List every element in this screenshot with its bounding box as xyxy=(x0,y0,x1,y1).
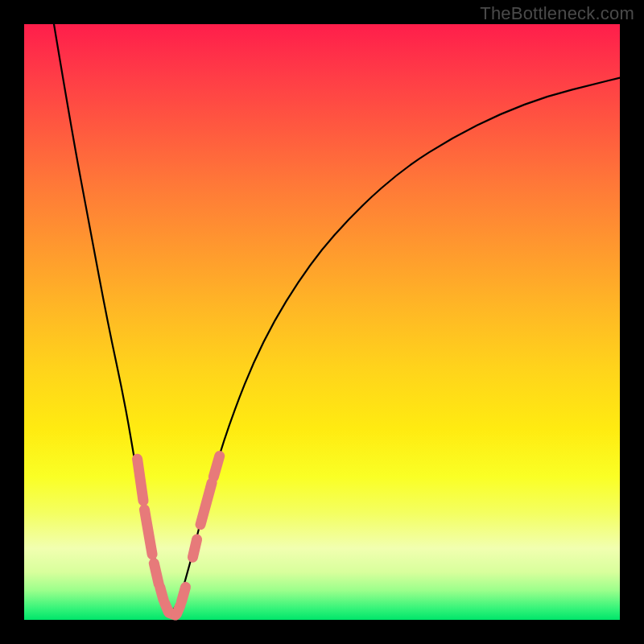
marker-segment xyxy=(213,456,219,477)
watermark-text: TheBottleneck.com xyxy=(480,3,634,24)
chart-svg xyxy=(24,24,620,620)
marker-segment xyxy=(192,539,196,557)
marker-segment xyxy=(138,459,143,501)
bottleneck-curve-path xyxy=(54,24,620,609)
marker-segment xyxy=(200,483,212,525)
marker-segment xyxy=(144,510,152,555)
marker-group xyxy=(138,456,220,616)
outer-frame: TheBottleneck.com xyxy=(0,0,644,644)
marker-segment xyxy=(154,564,159,584)
marker-segment xyxy=(181,587,185,602)
marker-segment xyxy=(160,587,163,600)
